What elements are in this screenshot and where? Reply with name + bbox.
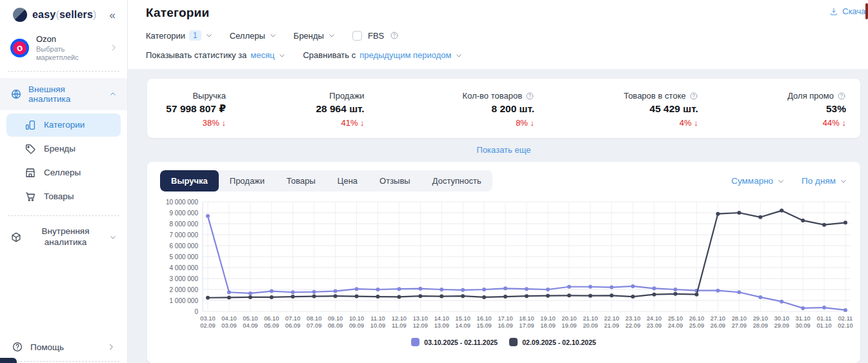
chevron-right-icon bbox=[106, 342, 116, 351]
fbs-checkbox[interactable] bbox=[352, 31, 362, 41]
chevron-down-icon bbox=[269, 32, 277, 39]
period-row: Показывать статистику за месяц Сравниват… bbox=[146, 50, 868, 60]
help-icon bbox=[12, 341, 23, 353]
compare-select[interactable]: Сравнивать с предыдущим периодом bbox=[303, 50, 463, 60]
svg-text:12.10: 12.10 bbox=[392, 315, 407, 322]
fbs-label: FBS bbox=[368, 31, 384, 41]
sidebar-group-internal-analytics[interactable]: Внутренняя аналитика bbox=[0, 220, 127, 255]
metric-1: Продажи28 964 шт.41% ↓ bbox=[226, 91, 365, 128]
sidebar-item-brands[interactable]: Бренды bbox=[6, 137, 121, 161]
divider bbox=[8, 71, 119, 72]
revenue-chart[interactable]: 10 000 0009 000 0008 000 0007 000 0006 0… bbox=[160, 197, 847, 337]
marketplace-subtitle: Выбрать маркетплейс bbox=[36, 45, 109, 62]
sidebar-item-goods[interactable]: Товары bbox=[6, 185, 121, 208]
sidebar-item-label: Категории bbox=[44, 120, 85, 130]
svg-text:30.10: 30.10 bbox=[774, 315, 789, 322]
chevron-down-icon bbox=[205, 32, 213, 39]
svg-text:03.10: 03.10 bbox=[200, 315, 215, 322]
svg-text:18.10: 18.10 bbox=[519, 315, 534, 322]
metric-3: Товаров в стоке45 429 шт.4% ↓ bbox=[534, 91, 698, 128]
svg-text:05.09: 05.09 bbox=[264, 322, 279, 329]
svg-text:10.09: 10.09 bbox=[370, 322, 385, 329]
marketplace-selector[interactable]: Ozon Выбрать маркетплейс bbox=[0, 28, 127, 70]
granularity-select[interactable]: По дням bbox=[802, 176, 847, 186]
aggregate-mode-select[interactable]: Суммарно bbox=[731, 176, 785, 186]
legend-swatch bbox=[509, 338, 518, 346]
ozon-logo-icon bbox=[10, 39, 29, 57]
filter-categories[interactable]: Категории 1 bbox=[146, 30, 213, 41]
svg-text:24.10: 24.10 bbox=[647, 315, 661, 322]
metric-delta: 4% ↓ bbox=[534, 118, 698, 128]
sidebar: easy(sellers) « Ozon Выбрать маркетплейс… bbox=[0, 0, 128, 363]
compare-value: предыдущим периодом bbox=[359, 50, 451, 60]
svg-text:8 000 000: 8 000 000 bbox=[170, 221, 199, 228]
globe-icon bbox=[10, 88, 22, 100]
sidebar-group-external-analytics[interactable]: Внешняя аналитика bbox=[0, 78, 127, 110]
chevron-down-icon bbox=[328, 32, 336, 39]
svg-text:28.09: 28.09 bbox=[753, 322, 768, 329]
legend-item-0[interactable]: 03.10.2025 - 02.11.2025 bbox=[411, 338, 498, 346]
svg-text:23.09: 23.09 bbox=[647, 322, 661, 329]
svg-text:07.09: 07.09 bbox=[307, 322, 321, 329]
sidebar-item-categories[interactable]: Категории bbox=[6, 113, 121, 137]
show-more-row: Показать еще bbox=[147, 145, 860, 155]
filter-sellers[interactable]: Селлеры bbox=[230, 31, 277, 41]
sidebar-item-help[interactable]: Помощь bbox=[0, 334, 127, 360]
svg-text:13.09: 13.09 bbox=[434, 322, 449, 329]
tab-sales[interactable]: Продажи bbox=[219, 170, 276, 191]
cutoff-widget bbox=[0, 358, 17, 363]
metric-delta: 44% ↓ bbox=[698, 118, 846, 128]
download-button[interactable]: Скачать bbox=[829, 6, 868, 16]
app-root: easy(sellers) « Ozon Выбрать маркетплейс… bbox=[0, 0, 868, 363]
tab-products[interactable]: Товары bbox=[276, 170, 327, 191]
legend-label: 02.09.2025 - 02.10.2025 bbox=[522, 338, 596, 346]
metric-help-icon[interactable] bbox=[525, 92, 534, 101]
svg-text:08.09: 08.09 bbox=[328, 322, 343, 329]
sidebar-item-sellers[interactable]: Селлеры bbox=[6, 161, 121, 184]
metric-help-icon[interactable] bbox=[689, 92, 698, 101]
period-select[interactable]: Показывать статистику за месяц bbox=[146, 50, 286, 60]
brands-icon bbox=[25, 143, 36, 155]
svg-text:14.09: 14.09 bbox=[456, 322, 470, 329]
metric-label: Кол-во товаров bbox=[463, 91, 522, 101]
help-label: Помощь bbox=[30, 342, 64, 352]
chart-card: ВыручкаПродажиТоварыЦенаОтзывыДоступност… bbox=[147, 162, 860, 363]
sidebar-item-label: Селлеры bbox=[44, 168, 81, 177]
filter-label: Селлеры bbox=[230, 31, 265, 41]
metric-value: 28 964 шт. bbox=[226, 103, 365, 115]
tab-reviews[interactable]: Отзывы bbox=[368, 170, 421, 191]
svg-text:18.09: 18.09 bbox=[540, 322, 555, 329]
svg-text:24.09: 24.09 bbox=[668, 322, 683, 329]
categories-icon bbox=[25, 119, 36, 131]
svg-text:29.10: 29.10 bbox=[753, 315, 768, 322]
sidebar-collapse-button[interactable]: « bbox=[107, 8, 118, 22]
svg-text:03.09: 03.09 bbox=[221, 322, 236, 329]
chart-toolbar: ВыручкаПродажиТоварыЦенаОтзывыДоступност… bbox=[160, 170, 847, 191]
metric-value: 45 429 шт. bbox=[534, 103, 698, 115]
svg-text:15.09: 15.09 bbox=[477, 322, 492, 329]
metric-4: Доля промо53%44% ↓ bbox=[698, 91, 846, 128]
chevron-down-icon bbox=[777, 177, 785, 185]
tab-availability[interactable]: Доступность bbox=[421, 170, 492, 191]
fbs-help-icon[interactable] bbox=[390, 31, 399, 40]
tab-price[interactable]: Цена bbox=[327, 170, 368, 191]
filter-brands[interactable]: Бренды bbox=[294, 31, 336, 41]
legend-swatch bbox=[411, 338, 419, 346]
chevron-down-icon bbox=[109, 233, 117, 241]
tab-revenue[interactable]: Выручка bbox=[160, 170, 219, 191]
svg-text:02.11: 02.11 bbox=[838, 315, 853, 322]
svg-text:20.10: 20.10 bbox=[561, 315, 576, 322]
svg-text:9 000 000: 9 000 000 bbox=[170, 210, 199, 217]
metric-help-icon[interactable] bbox=[837, 92, 846, 101]
metric-value: 53% bbox=[698, 103, 846, 115]
metric-0: Выручка57 998 807 ₽38% ↓ bbox=[161, 91, 226, 128]
svg-text:1 000 000: 1 000 000 bbox=[170, 297, 199, 304]
chart-legend: 03.10.2025 - 02.11.202502.09.2025 - 02.1… bbox=[160, 338, 847, 346]
show-more-link[interactable]: Показать еще bbox=[477, 145, 531, 155]
svg-text:05.10: 05.10 bbox=[243, 315, 257, 322]
metric-value: 8 200 шт. bbox=[365, 103, 534, 115]
svg-text:21.10: 21.10 bbox=[583, 315, 598, 322]
mode-label: Суммарно bbox=[731, 176, 773, 186]
svg-text:23.10: 23.10 bbox=[625, 315, 640, 322]
legend-item-1[interactable]: 02.09.2025 - 02.10.2025 bbox=[509, 338, 596, 346]
